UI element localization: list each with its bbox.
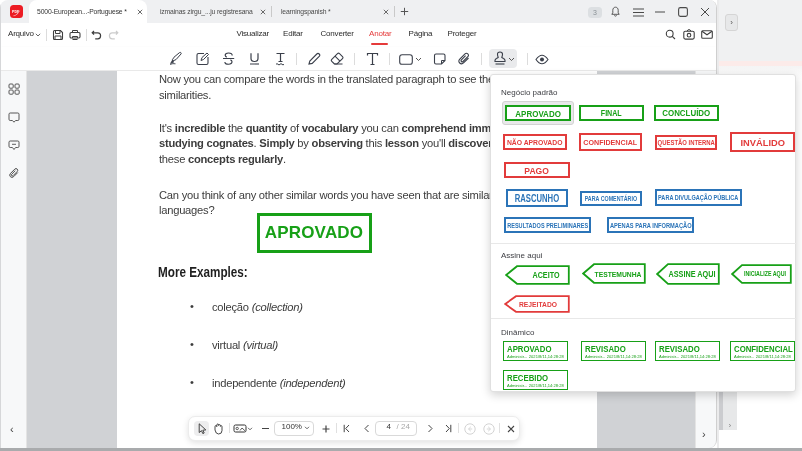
svg-text:INICIALIZE AQUI: INICIALIZE AQUI — [744, 270, 786, 278]
svg-text:ACEITO: ACEITO — [533, 270, 560, 280]
svg-text:ASSINE AQUI: ASSINE AQUI — [669, 269, 716, 279]
svg-text:PDF: PDF — [12, 10, 20, 14]
svg-text:REJEITADO: REJEITADO — [519, 300, 557, 309]
svg-text:TESTEMUNHA: TESTEMUNHA — [595, 270, 642, 279]
